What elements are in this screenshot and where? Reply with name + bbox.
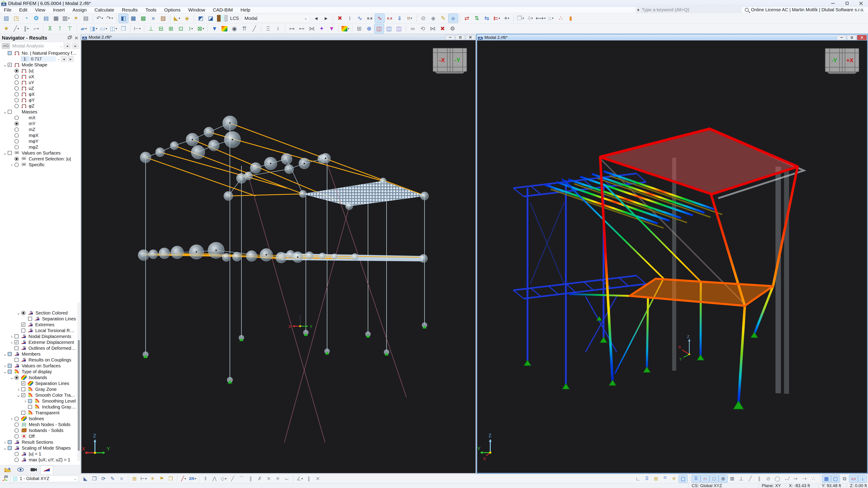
scale-arrows-button[interactable]: ⇈ bbox=[240, 24, 249, 33]
expander-icon[interactable]: ⌄ bbox=[9, 375, 14, 380]
edit-surfaces-button[interactable]: ✎ bbox=[438, 14, 448, 23]
delete-objects-button[interactable]: ✖ bbox=[438, 24, 447, 33]
guide-line-button[interactable]: ╱ bbox=[228, 475, 237, 483]
tree-item[interactable]: ⌄Scaling of Mode Shapes bbox=[0, 445, 77, 451]
snap-magnet-button[interactable]: ∩ bbox=[701, 475, 709, 483]
hinge-release-b-button[interactable]: ⊷ bbox=[297, 24, 307, 33]
results-display-button[interactable]: ∿ bbox=[375, 14, 384, 23]
result-filter-button[interactable]: ▼ bbox=[210, 24, 219, 33]
tree-item[interactable]: ›Nodal Displacements bbox=[0, 333, 77, 339]
dropdown-arrow-icon[interactable]: ▾ bbox=[145, 477, 147, 480]
table-sc-button[interactable]: » bbox=[149, 14, 158, 23]
radio-button[interactable] bbox=[14, 434, 19, 438]
expander-icon[interactable]: ⌄ bbox=[16, 310, 21, 316]
ortho-mode-button[interactable]: ∟ bbox=[633, 475, 642, 483]
radio-button[interactable] bbox=[14, 98, 19, 102]
window-restore-button[interactable] bbox=[847, 35, 857, 40]
checkbox[interactable] bbox=[8, 110, 12, 114]
radio-button[interactable] bbox=[14, 116, 19, 120]
load-case-color-button[interactable] bbox=[217, 15, 228, 22]
grid-points-button[interactable]: ⠿ bbox=[643, 475, 651, 483]
radio-button[interactable] bbox=[14, 127, 19, 132]
grid-spacing-button[interactable]: 2/6▾ bbox=[188, 475, 197, 483]
chevron-down-icon[interactable]: ⌄ bbox=[57, 57, 60, 61]
window-minimize-button[interactable] bbox=[837, 35, 846, 40]
tree-item[interactable]: ⌄✓Mode Shape bbox=[0, 62, 77, 68]
view-cube[interactable]: -X -Y bbox=[433, 48, 467, 74]
radio-button[interactable] bbox=[14, 86, 19, 91]
work-plane-copy-button[interactable]: ⌗ bbox=[117, 475, 126, 483]
radio-button[interactable] bbox=[14, 74, 19, 79]
snap-dots-button[interactable]: ∴ bbox=[809, 475, 818, 483]
checkbox[interactable] bbox=[28, 317, 32, 321]
menu-results[interactable]: Results bbox=[118, 7, 142, 13]
axes-origin-button[interactable]: ⊕ bbox=[364, 24, 374, 33]
new-member-set-button[interactable]: ⊺ bbox=[55, 24, 65, 33]
expander-icon[interactable]: › bbox=[9, 416, 14, 421]
snap-intersection-button[interactable]: ⊠ bbox=[728, 475, 737, 483]
pin-viewport-button[interactable]: ↓ bbox=[858, 475, 867, 483]
checkbox[interactable]: ✓ bbox=[21, 323, 25, 327]
new-printout-report-button[interactable]: ✶ bbox=[71, 14, 81, 23]
checkbox[interactable] bbox=[14, 358, 19, 362]
menu-tools[interactable]: Tools bbox=[142, 7, 160, 13]
model-view-right[interactable]: Z X Y Z Y bbox=[477, 40, 867, 473]
tree-item[interactable]: mX bbox=[0, 115, 77, 121]
checkbox[interactable] bbox=[28, 405, 32, 409]
new-polyline-button[interactable]: ⌐▾ bbox=[31, 24, 41, 33]
menu-edit[interactable]: Edit bbox=[16, 7, 31, 13]
slash-tool-button[interactable]: ╱ bbox=[250, 24, 259, 33]
value-snap-button[interactable]: ✳ bbox=[148, 475, 157, 483]
guide-cross-2-button[interactable]: ✕ bbox=[265, 475, 273, 483]
navigator-toggle-button[interactable]: ◧ bbox=[119, 14, 128, 23]
view-in-x-button[interactable]: ⇄ bbox=[462, 14, 472, 23]
model-window-right-titlebar[interactable]: Modal 2.rf6* bbox=[477, 35, 867, 40]
deformed-surface-mesh[interactable] bbox=[303, 181, 425, 206]
visibility-states-button[interactable]: ◈ bbox=[182, 14, 192, 23]
expander-icon[interactable]: › bbox=[2, 363, 8, 368]
view-in-minus-x-button[interactable]: ⇇▾ bbox=[492, 14, 502, 23]
work-plane-rotate-button[interactable]: ⟳ bbox=[99, 475, 108, 483]
expander-icon[interactable]: › bbox=[9, 162, 14, 167]
section-plane-x-button[interactable]: ◫ bbox=[374, 24, 384, 33]
tab-display-navigator[interactable] bbox=[14, 465, 27, 474]
window-minimize-button[interactable] bbox=[445, 35, 455, 40]
window-close-button[interactable] bbox=[466, 35, 475, 40]
view-cube[interactable]: -Y +X bbox=[825, 48, 859, 74]
float-panel-icon[interactable] bbox=[68, 37, 71, 39]
new-rigid-link-button[interactable]: ⊠▾ bbox=[196, 24, 206, 33]
checkbox[interactable]: ✓ bbox=[8, 63, 12, 67]
grid-snap-star-button[interactable]: ✳ bbox=[670, 475, 678, 483]
expander-icon[interactable]: ⌄ bbox=[16, 392, 21, 398]
dropdown-arrow-icon[interactable]: ▾ bbox=[18, 27, 19, 30]
raster-frame-button[interactable]: ▢ bbox=[831, 475, 840, 483]
menu-help[interactable]: Help bbox=[237, 7, 254, 13]
work-plane-xy-button[interactable]: ◣ bbox=[81, 475, 90, 483]
expander-icon[interactable]: ⌄ bbox=[2, 150, 8, 156]
tree-item[interactable]: mφX bbox=[0, 132, 77, 138]
tree-item[interactable]: uZ bbox=[0, 86, 77, 91]
radio-button[interactable] bbox=[14, 92, 19, 96]
tree-item[interactable]: mY bbox=[0, 121, 77, 127]
measure-tool-button[interactable]: ⟷▾ bbox=[536, 14, 546, 23]
dropdown-arrow-icon[interactable]: ▾ bbox=[552, 17, 554, 20]
checkbox[interactable] bbox=[8, 440, 12, 444]
nodal-supports[interactable] bbox=[143, 322, 427, 384]
dropdown-arrow-icon[interactable]: ▾ bbox=[85, 27, 87, 30]
tree-item[interactable]: mφY bbox=[0, 138, 77, 144]
rendered-display-button[interactable]: ◈ bbox=[448, 14, 458, 23]
show-values-button[interactable]: x.x bbox=[365, 14, 375, 23]
open-model-button[interactable]: ◳ bbox=[11, 14, 21, 23]
menu-window[interactable]: Window bbox=[184, 7, 209, 13]
tree-item[interactable]: ✓Separation Lines bbox=[0, 381, 77, 386]
tree-item[interactable]: ⌄XXValues on Surfaces bbox=[0, 150, 77, 156]
snap-center-button[interactable]: ⊗ bbox=[719, 475, 727, 483]
view-in-z-button[interactable]: ⇆ bbox=[482, 14, 492, 23]
menu-view[interactable]: View bbox=[31, 7, 49, 13]
new-opening-button[interactable]: ▭▾ bbox=[99, 24, 108, 33]
table-results-button[interactable]: ▨ bbox=[158, 14, 168, 23]
radio-button[interactable] bbox=[14, 157, 19, 161]
expander-icon[interactable]: › bbox=[2, 440, 8, 445]
window-close-button[interactable] bbox=[857, 35, 867, 40]
tree-item[interactable]: ⌄✓Smooth Color Transiti... bbox=[0, 392, 77, 398]
